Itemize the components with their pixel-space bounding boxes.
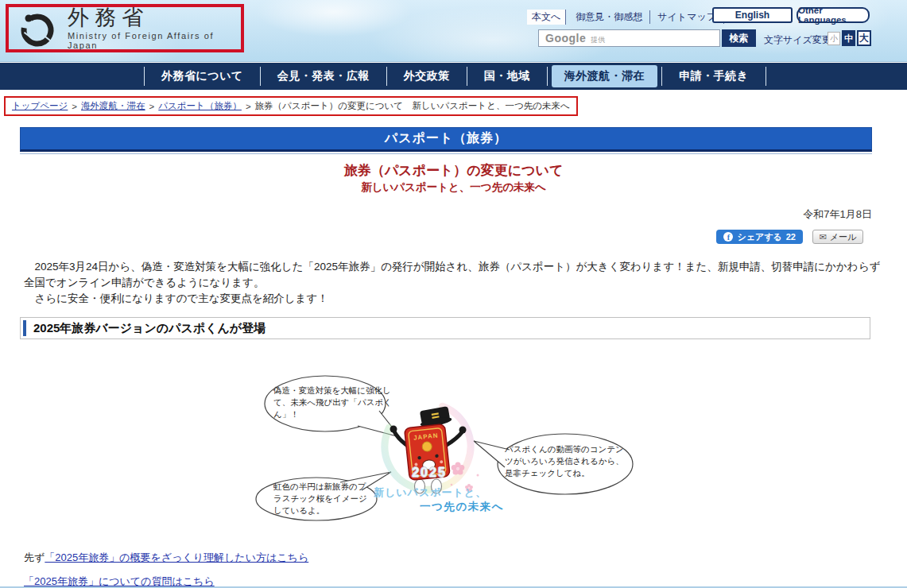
mail-icon: ✉ xyxy=(820,232,827,242)
page-title-banner: パスポート（旅券） xyxy=(20,127,872,152)
english-button[interactable]: English xyxy=(712,7,793,23)
footer-link-row-1: 先ず「2025年旅券」の概要をざっくり理解したい方はこちら xyxy=(24,551,308,565)
breadcrumb-overseas-travel[interactable]: 海外渡航・滞在 xyxy=(81,100,145,112)
section-title: 2025年旅券バージョンのパスポくんが登場 xyxy=(33,321,266,336)
breadcrumb-top-page[interactable]: トップページ xyxy=(12,100,68,112)
mofa-logo-icon xyxy=(18,10,56,48)
mofa-logo-highlight-box[interactable]: 外務省 Ministry of Foreign Affairs of Japan xyxy=(6,4,244,52)
bubble-text-videos: パスポくんの動画等のコンテンツがいろいろ発信されるから、是非チェックしてね。 xyxy=(505,443,632,479)
breadcrumb-separator: > xyxy=(242,102,255,111)
tagline-line1: 新しいパスポートと、 xyxy=(374,485,486,500)
nav-item-press[interactable]: 会見・発表・広報 xyxy=(260,67,386,86)
breadcrumb-separator: > xyxy=(68,102,81,111)
logo-en-title: Ministry of Foreign Affairs of Japan xyxy=(68,31,241,50)
facebook-icon: f xyxy=(723,232,733,242)
bubble-text-rainbow: 虹色の半円は新旅券のプラスチック桜をイメージしているよ。 xyxy=(273,481,370,516)
google-provided-label: 提供 xyxy=(591,35,605,45)
google-logo: Google xyxy=(545,32,586,44)
intro-text: 2025年3月24日から、偽造・変造対策を大幅に強化した「2025年旅券」の発行… xyxy=(24,259,884,307)
font-size-label: 文字サイズ変更 xyxy=(764,33,831,47)
breadcrumb-current-page: 旅券（パスポート）の変更について 新しいパスポートと、一つ先の未来へ xyxy=(255,100,570,112)
publication-date: 令和7年1月8日 xyxy=(803,207,872,222)
section-accent-bar xyxy=(23,320,26,336)
logo-jp-title: 外務省 xyxy=(68,6,241,29)
tagline-line2: 一つ先の未来へ xyxy=(420,500,504,514)
nav-item-countries[interactable]: 国・地域 xyxy=(467,67,547,86)
link-feedback[interactable]: 御意見・御感想 xyxy=(568,10,650,24)
breadcrumb: トップページ > 海外渡航・滞在 > パスポート（旅券） > 旅券（パスポート）… xyxy=(4,96,578,116)
font-size-small-button[interactable]: 小 xyxy=(828,32,840,45)
link-2025-passport-questions[interactable]: 「2025年旅券」についての質問はこちら xyxy=(24,575,215,587)
link-2025-passport-overview[interactable]: 「2025年旅券」の概要をざっくり理解したい方はこちら xyxy=(45,551,308,563)
mail-share-label: メール xyxy=(830,231,857,243)
mail-share-button[interactable]: ✉ メール xyxy=(812,230,863,244)
search-button[interactable]: 検索 xyxy=(722,29,756,47)
other-languages-button[interactable]: Other Languages xyxy=(797,7,870,23)
breadcrumb-passport[interactable]: パスポート（旅券） xyxy=(158,100,242,112)
intro-paragraph-1: 2025年3月24日から、偽造・変造対策を大幅に強化した「2025年旅券」の発行… xyxy=(24,259,884,291)
breadcrumb-row: トップページ > 海外渡航・滞在 > パスポート（旅券） > 旅券（パスポート）… xyxy=(0,90,907,127)
intro-paragraph-2: さらに安全・便利になりますので主な変更点を紹介します！ xyxy=(24,291,884,307)
mofa-passport-page: 外務省 Ministry of Foreign Affairs of Japan… xyxy=(0,0,907,588)
nav-item-foreign-policy[interactable]: 外交政策 xyxy=(386,67,467,86)
mofa-logo-text: 外務省 Ministry of Foreign Affairs of Japan xyxy=(68,6,241,50)
year-2025-text: 2025 xyxy=(396,466,463,480)
facebook-share-button[interactable]: f シェアする 22 xyxy=(716,230,803,244)
link-to-main-text[interactable]: 本文へ xyxy=(527,10,566,25)
site-header: 外務省 Ministry of Foreign Affairs of Japan… xyxy=(0,0,907,62)
search-input[interactable]: Google 提供 xyxy=(538,29,720,47)
page-subheading: 新しいパスポートと、一つ先の未来へ xyxy=(0,180,907,195)
nav-item-about-mofa[interactable]: 外務省について xyxy=(144,67,260,86)
nav-item-applications[interactable]: 申請・手続き xyxy=(661,67,766,86)
page-heading: 旅券（パスポート）の変更について xyxy=(0,161,907,180)
font-size-medium-button[interactable]: 中 xyxy=(842,30,855,46)
facebook-share-count: 22 xyxy=(786,232,796,242)
footer-link1-prefix: 先ず xyxy=(24,551,45,563)
breadcrumb-separator: > xyxy=(145,102,159,111)
global-nav: 外務省について 会見・発表・広報 外交政策 国・地域 海外渡航・滞在 申請・手続… xyxy=(0,63,907,90)
facebook-share-label: シェアする xyxy=(737,231,781,243)
font-size-large-button[interactable]: 大 xyxy=(857,30,871,46)
section-heading-box: 2025年旅券バージョンのパスポくんが登場 xyxy=(20,317,870,339)
nav-item-overseas-travel[interactable]: 海外渡航・滞在 xyxy=(547,67,662,86)
